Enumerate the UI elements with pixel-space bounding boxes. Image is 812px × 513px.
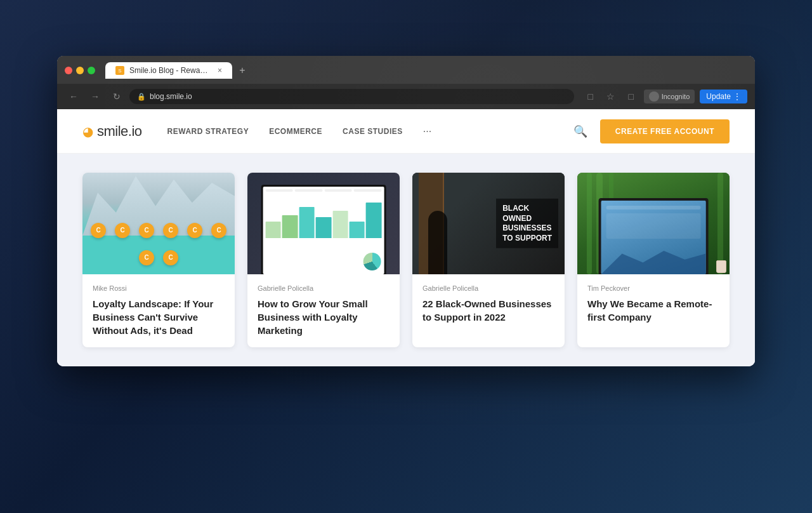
maximize-button[interactable] (88, 67, 95, 74)
card-2[interactable]: Gabrielle Policella How to Grow Your Sma… (247, 173, 400, 347)
card-title: Why We Became a Remote-first Company (587, 297, 719, 324)
url-display: blog.smile.io (150, 92, 192, 101)
tab-close-button[interactable]: × (218, 66, 222, 75)
bamboo-stalk (587, 173, 592, 274)
incognito-avatar (649, 91, 659, 102)
minimize-button[interactable] (76, 67, 84, 74)
card-1[interactable]: C C C C C C C C Mike Rossi (82, 173, 235, 347)
back-button[interactable]: ← (65, 88, 82, 105)
card-title: 22 Black-Owned Businesses to Support in … (422, 297, 554, 324)
blm-line4: TO SUPPORT (502, 234, 552, 244)
tab-favicon: S (115, 66, 124, 75)
search-icon: 🔍 (573, 124, 587, 138)
site-navigation: ◕ smile.io REWARD STRATEGY ECOMMERCE CAS… (57, 109, 755, 154)
nav-actions: 🔍 CREATE FREE ACCOUNT (573, 119, 730, 143)
profile-icon[interactable]: □ (624, 89, 639, 104)
coin: C (163, 223, 178, 238)
card-body: Tim Peckover Why We Became a Remote-firs… (577, 274, 730, 334)
card-body: Mike Rossi Loyalty Landscape: If Your Bu… (82, 274, 235, 347)
active-tab[interactable]: S Smile.io Blog - Rewards, Loya... × (105, 62, 232, 79)
card-author: Tim Peckover (587, 284, 719, 292)
tab-title: Smile.io Blog - Rewards, Loya... (129, 66, 210, 75)
update-button[interactable]: Update ⋮ (700, 90, 747, 103)
card-title: How to Grow Your Small Business with Loy… (258, 297, 390, 337)
website-content: ◕ smile.io REWARD STRATEGY ECOMMERCE CAS… (57, 109, 755, 366)
coin: C (211, 223, 226, 238)
tab-bar: S Smile.io Blog - Rewards, Loya... × + (105, 62, 730, 79)
card-body: Gabrielle Policella How to Grow Your Sma… (247, 274, 400, 347)
forward-button[interactable]: → (86, 88, 104, 105)
coin: C (139, 223, 154, 238)
cards-grid: C C C C C C C C Mike Rossi (82, 173, 730, 347)
bamboo-stalk (717, 173, 723, 274)
browser-titlebar: S Smile.io Blog - Rewards, Loya... × + (57, 56, 755, 84)
card-author: Gabrielle Policella (258, 284, 390, 292)
laptop-shape (261, 185, 386, 274)
create-account-button[interactable]: CREATE FREE ACCOUNT (600, 119, 730, 143)
card-author: Gabrielle Policella (422, 284, 554, 292)
browser-chrome: S Smile.io Blog - Rewards, Loya... × + ←… (57, 56, 755, 109)
card-4[interactable]: Tim Peckover Why We Became a Remote-firs… (577, 173, 730, 347)
cast-icon[interactable]: □ (583, 89, 598, 104)
card-3[interactable]: BLACK OWNED BUSINESSES TO SUPPORT Gabrie… (412, 173, 565, 347)
coin: C (163, 250, 178, 265)
reload-button[interactable]: ↻ (108, 88, 126, 105)
blm-overlay: BLACK OWNED BUSINESSES TO SUPPORT (496, 199, 558, 248)
laptop-4-screen (601, 201, 706, 274)
person-silhouette (428, 211, 447, 274)
browser-actions: □ ☆ □ Incognito Update ⋮ (583, 89, 747, 104)
close-button[interactable] (65, 67, 72, 74)
coffee-mug (716, 260, 726, 273)
card-title: Loyalty Landscape: If Your Business Can'… (93, 297, 225, 337)
bookmark-icon[interactable]: ☆ (603, 89, 619, 104)
nav-links: REWARD STRATEGY ECOMMERCE CASE STUDIES ·… (167, 126, 573, 137)
logo-icon: ◕ (82, 124, 93, 139)
new-tab-button[interactable]: + (235, 63, 250, 78)
content-wrapper: // Will be rendered inline C (82, 173, 730, 347)
blm-line1: BLACK (502, 204, 552, 214)
nav-link-case-studies[interactable]: CASE STUDIES (343, 127, 403, 136)
logo[interactable]: ◕ smile.io (82, 123, 142, 140)
coin: C (115, 223, 130, 238)
card-body: Gabrielle Policella 22 Black-Owned Busin… (412, 274, 565, 334)
coin: C (91, 223, 106, 238)
nav-link-ecommerce[interactable]: ECOMMERCE (269, 127, 322, 136)
card-author: Mike Rossi (93, 284, 225, 292)
nav-more-button[interactable]: ··· (423, 126, 431, 137)
incognito-button[interactable]: Incognito (644, 90, 695, 103)
traffic-lights (65, 67, 95, 74)
menu-dots-icon: ⋮ (733, 92, 741, 101)
content-area: // Will be rendered inline C (57, 154, 755, 366)
browser-controls: ← → ↻ 🔒 blog.smile.io □ ☆ □ Incognito Up… (57, 84, 755, 109)
browser-window: S Smile.io Blog - Rewards, Loya... × + ←… (57, 56, 755, 366)
search-button[interactable]: 🔍 (573, 124, 587, 138)
address-bar[interactable]: 🔒 blog.smile.io (129, 89, 574, 104)
lock-icon: 🔒 (137, 93, 146, 101)
incognito-label: Incognito (662, 93, 690, 100)
logo-text: smile.io (97, 123, 142, 140)
coins-container: C C C C C C C C (82, 216, 235, 272)
coin: C (187, 223, 202, 238)
blm-line3: BUSINESSES (502, 223, 552, 234)
blm-line2: OWNED (502, 213, 552, 223)
coin: C (139, 250, 154, 265)
laptop-4-body (599, 198, 709, 274)
nav-link-reward-strategy[interactable]: REWARD STRATEGY (167, 127, 249, 136)
